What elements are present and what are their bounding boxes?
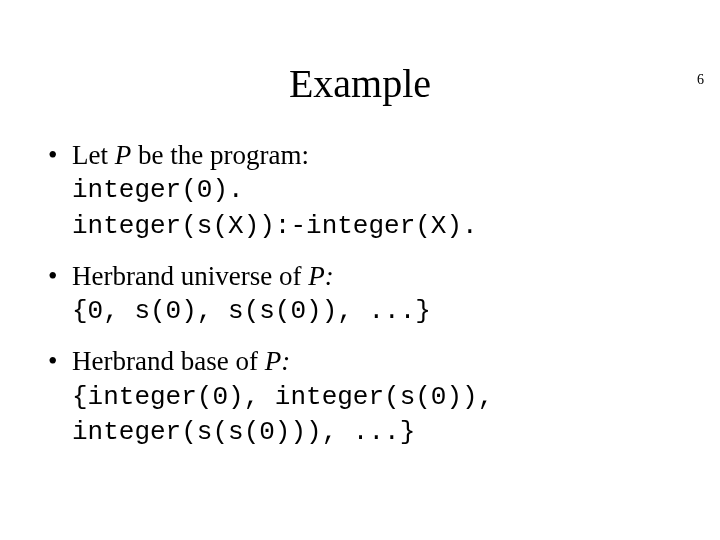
code-line: {integer(0), integer(s(0)),	[72, 380, 680, 415]
bullet-list: Let P be the program: integer(0). intege…	[40, 137, 680, 450]
code-line: {0, s(0), s(s(0)), ...}	[72, 294, 680, 329]
bullet-item: Herbrand universe of P: {0, s(0), s(s(0)…	[40, 258, 680, 330]
bullet-lead-post: :	[325, 261, 334, 291]
bullet-lead-pre: Let	[72, 140, 115, 170]
bullet-lead-post: be the program:	[131, 140, 309, 170]
slide-content: Let P be the program: integer(0). intege…	[0, 137, 720, 450]
code-line: integer(s(X)):-integer(X).	[72, 209, 680, 244]
bullet-lead-pre: Herbrand base of	[72, 346, 265, 376]
bullet-item: Herbrand base of P: {integer(0), integer…	[40, 343, 680, 450]
bullet-lead-post: :	[281, 346, 290, 376]
bullet-lead-var: P	[308, 261, 325, 291]
page-number: 6	[697, 72, 704, 88]
code-line: integer(s(s(0))), ...}	[72, 415, 680, 450]
code-line: integer(0).	[72, 173, 680, 208]
bullet-item: Let P be the program: integer(0). intege…	[40, 137, 680, 244]
bullet-lead-var: P	[115, 140, 132, 170]
slide-title: Example	[0, 60, 720, 107]
slide: 6 Example Let P be the program: integer(…	[0, 60, 720, 540]
bullet-lead-pre: Herbrand universe of	[72, 261, 308, 291]
bullet-lead-var: P	[265, 346, 282, 376]
